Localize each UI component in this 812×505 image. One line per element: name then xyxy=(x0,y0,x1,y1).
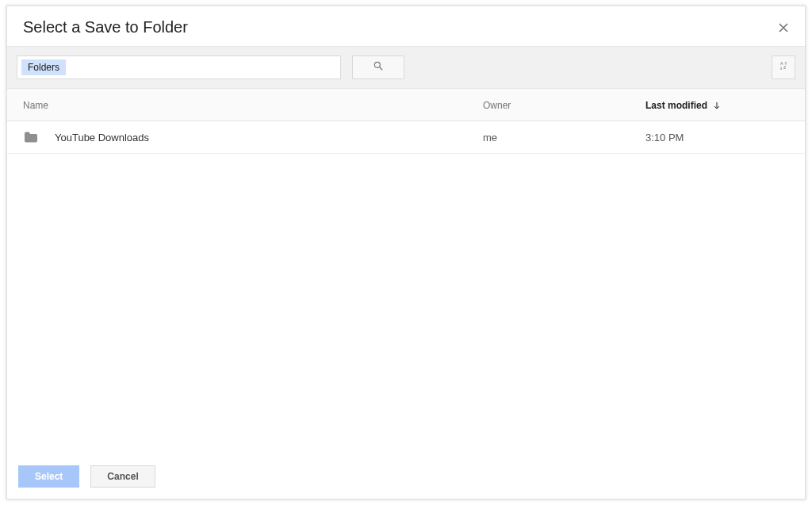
sort-az-icon: A Z xyxy=(778,60,789,75)
folder-picker-dialog: Select a Save to Folder Folders A Z xyxy=(6,6,806,499)
table-header: Name Owner Last modified xyxy=(7,89,805,121)
column-header-name[interactable]: Name xyxy=(23,100,483,111)
search-button[interactable] xyxy=(352,55,404,79)
dialog-header: Select a Save to Folder xyxy=(7,6,805,47)
row-name-text: YouTube Downloads xyxy=(55,132,149,143)
filter-chip[interactable]: Folders xyxy=(21,59,66,75)
row-owner-cell: me xyxy=(483,132,645,143)
table-body: YouTube Downloads me 3:10 PM xyxy=(7,121,805,455)
table-row[interactable]: YouTube Downloads me 3:10 PM xyxy=(7,121,805,154)
svg-line-1 xyxy=(380,67,383,71)
svg-text:Z: Z xyxy=(783,65,787,70)
close-icon[interactable] xyxy=(778,22,789,33)
cancel-button[interactable]: Cancel xyxy=(90,465,155,488)
sort-button[interactable]: A Z xyxy=(772,55,795,79)
column-header-modified-label: Last modified xyxy=(645,100,707,111)
row-name-cell: YouTube Downloads xyxy=(23,131,483,143)
toolbar: Folders A Z xyxy=(7,47,805,89)
arrow-down-icon xyxy=(712,101,722,110)
dialog-title: Select a Save to Folder xyxy=(23,18,188,36)
folder-icon xyxy=(23,131,39,143)
row-modified-cell: 3:10 PM xyxy=(645,132,789,143)
column-header-modified[interactable]: Last modified xyxy=(645,100,789,111)
select-button[interactable]: Select xyxy=(18,465,79,488)
column-header-owner[interactable]: Owner xyxy=(483,100,645,111)
search-icon xyxy=(373,60,384,75)
search-input[interactable]: Folders xyxy=(17,55,341,79)
svg-point-0 xyxy=(374,62,380,67)
dialog-footer: Select Cancel xyxy=(7,455,805,499)
svg-text:A: A xyxy=(780,61,783,66)
